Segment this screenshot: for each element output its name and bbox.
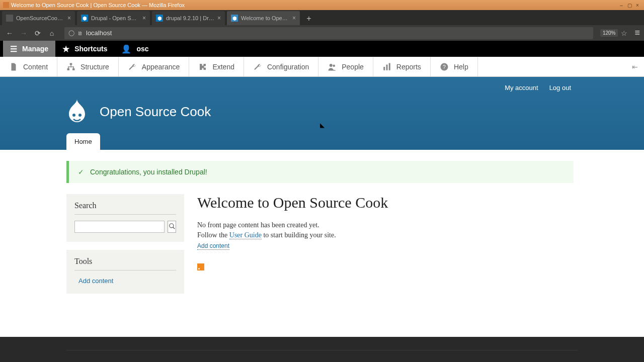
rss-icon[interactable] [197, 263, 204, 270]
user-button[interactable]: 👤 osc [114, 41, 155, 57]
tools-title: Tools [74, 257, 176, 270]
url-bar[interactable]: ◯ 🗎 localhost [64, 27, 593, 39]
admin-label: Reports [396, 63, 421, 71]
admin-people[interactable]: People [318, 57, 373, 76]
my-account-link[interactable]: My account [505, 84, 538, 92]
add-content-link-main[interactable]: Add content [197, 242, 229, 250]
svg-point-12 [169, 223, 173, 227]
favicon-icon [6, 15, 13, 22]
admin-structure[interactable]: Structure [57, 57, 119, 76]
close-icon[interactable]: × [292, 15, 296, 22]
main-content: Welcome to Open Source Cook No front pag… [197, 194, 574, 302]
search-icon [169, 223, 176, 230]
main-area: Search Tools Add content Welcome to Open… [0, 183, 644, 312]
search-button[interactable] [168, 221, 176, 233]
admin-label: Content [23, 63, 48, 71]
browser-tab-active[interactable]: ⬢ Welcome to Open Sou × [227, 11, 300, 25]
tab-label: drupal 9.2.10 | Drupal.c [166, 15, 214, 21]
collapse-toggle[interactable]: ⇤ [626, 63, 644, 71]
shortcuts-label: Shortcuts [74, 45, 107, 53]
close-icon[interactable]: × [67, 15, 71, 22]
footer-divider [66, 350, 578, 350]
favicon-icon: ⬢ [81, 15, 88, 22]
browser-tab[interactable]: OpenSourceCook.in | I × [2, 11, 75, 25]
svg-point-4 [333, 64, 336, 67]
star-icon: ★ [62, 44, 69, 54]
svg-point-11 [78, 114, 82, 117]
admin-label: Help [454, 63, 468, 71]
admin-menu: Content Structure Appearance Extend Conf… [0, 57, 644, 77]
firefox-icon [3, 2, 9, 8]
user-links: My account Log out [505, 84, 571, 92]
reload-button[interactable]: ⟳ [32, 28, 43, 39]
search-input[interactable] [74, 221, 165, 233]
status-message: ✓ Congratulations, you installed Drupal! [66, 161, 574, 183]
window-close-icon[interactable]: × [634, 2, 641, 9]
tab-label: Welcome to Open Sou [241, 15, 289, 21]
svg-line-13 [173, 227, 175, 229]
user-icon: 👤 [121, 44, 131, 54]
search-title: Search [74, 201, 176, 215]
window-minimize-icon[interactable]: – [618, 2, 625, 9]
page-title: Welcome to Open Source Cook [197, 194, 574, 211]
content-line1: No front page content has been created y… [197, 221, 574, 229]
info-icon: 🗎 [77, 30, 83, 36]
window-title: Welcome to Open Source Cook | Open Sourc… [11, 2, 185, 8]
favicon-icon: ⬢ [156, 15, 163, 22]
footer: Contact [0, 337, 644, 362]
site-header: My account Log out Open Source Cook Home [0, 77, 644, 150]
browser-tab[interactable]: ⬢ Drupal - Open Source C × [77, 11, 150, 25]
message-text: Congratulations, you installed Drupal! [90, 168, 207, 176]
close-icon[interactable]: × [217, 15, 221, 22]
favicon-icon: ⬢ [231, 15, 238, 22]
admin-help[interactable]: ? Help [431, 57, 478, 76]
admin-label: People [342, 63, 364, 71]
zoom-indicator[interactable]: 120% [600, 29, 618, 37]
new-tab-button[interactable]: + [302, 12, 316, 25]
shield-icon: ◯ [68, 30, 74, 36]
puzzle-icon [198, 62, 207, 71]
user-label: osc [136, 45, 148, 53]
shortcuts-button[interactable]: ★ Shortcuts [55, 41, 114, 57]
admin-content[interactable]: Content [0, 57, 57, 76]
svg-rect-6 [386, 64, 387, 70]
file-icon [9, 62, 18, 71]
hamburger-icon[interactable]: ≡ [634, 28, 640, 38]
browser-navbar: ← → ⟳ ⌂ ◯ 🗎 localhost 120% ☆ ≡ [0, 25, 644, 41]
admin-label: Appearance [142, 63, 180, 71]
browser-tab[interactable]: ⬢ drupal 9.2.10 | Drupal.c × [152, 11, 225, 25]
admin-appearance[interactable]: Appearance [119, 57, 190, 76]
svg-point-3 [330, 64, 333, 67]
follow-pre: Follow the [197, 231, 229, 239]
bookmark-icon[interactable]: ☆ [621, 29, 627, 37]
svg-point-10 [72, 114, 75, 117]
svg-rect-2 [72, 68, 75, 70]
add-content-link[interactable]: Add content [74, 277, 113, 285]
svg-rect-1 [67, 68, 70, 70]
svg-rect-5 [383, 67, 385, 70]
admin-extend[interactable]: Extend [189, 57, 244, 76]
user-guide-link[interactable]: User Guide [229, 231, 262, 239]
window-maximize-icon[interactable]: ▢ [626, 2, 633, 9]
admin-label: Extend [212, 63, 234, 71]
admin-reports[interactable]: Reports [373, 57, 431, 76]
tab-home[interactable]: Home [66, 133, 100, 150]
hamburger-icon: ☰ [10, 44, 17, 54]
logout-link[interactable]: Log out [549, 84, 571, 92]
drupal-logo-icon[interactable] [66, 99, 88, 124]
tab-label: Drupal - Open Source C [91, 15, 139, 21]
tools-block: Tools Add content [66, 250, 184, 294]
forward-button[interactable]: → [18, 28, 29, 39]
back-button[interactable]: ← [4, 28, 15, 39]
sidebar: Search Tools Add content [66, 194, 184, 302]
manage-button[interactable]: ☰ Manage [3, 41, 55, 57]
help-icon: ? [440, 62, 449, 71]
admin-configuration[interactable]: Configuration [244, 57, 318, 76]
manage-label: Manage [22, 45, 48, 53]
home-button[interactable]: ⌂ [46, 28, 57, 39]
url-text: localhost [86, 29, 112, 37]
close-icon[interactable]: × [142, 15, 146, 22]
spanner-icon [253, 62, 262, 71]
site-name[interactable]: Open Source Cook [100, 104, 211, 120]
svg-rect-7 [389, 63, 390, 70]
